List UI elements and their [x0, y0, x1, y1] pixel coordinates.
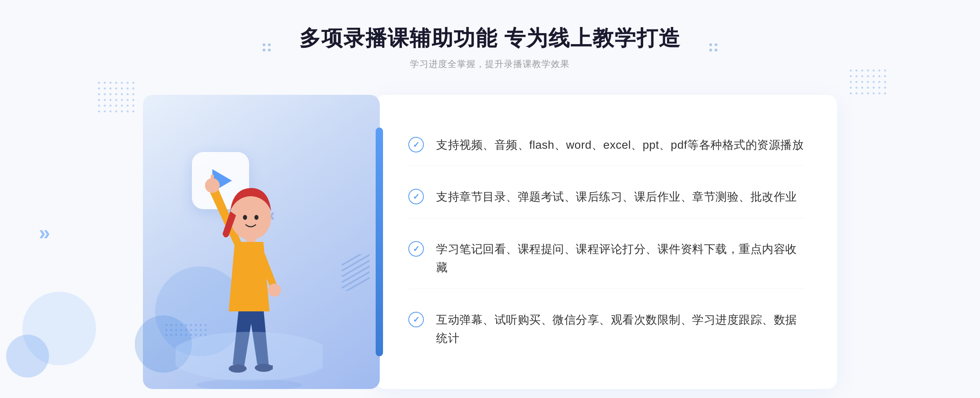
svg-rect-4: [211, 174, 214, 188]
check-mark-2: ✓: [413, 192, 420, 201]
feature-text-1: 支持视频、音频、flash、word、excel、ppt、pdf等各种格式的资源…: [436, 136, 804, 154]
blue-accent-bar: [376, 127, 383, 356]
check-mark-3: ✓: [413, 244, 420, 254]
header-section: 多项录播课辅助功能 专为线上教学打造 学习进度全掌握，提升录播课教学效果: [299, 25, 681, 70]
header-dots-left: [263, 43, 271, 51]
feature-item-4: ✓ 互动弹幕、试听购买、微信分享、观看次数限制、学习进度跟踪、数据统计: [408, 300, 804, 359]
features-panel: ✓ 支持视频、音频、flash、word、excel、ppt、pdf等各种格式的…: [376, 95, 837, 389]
feature-text-2: 支持章节目录、弹题考试、课后练习、课后作业、章节测验、批改作业: [436, 188, 797, 206]
page-wrapper: » 多项录播课辅助功能 专为线上教学打造 学习进度全掌握，提升录播课教学效果: [0, 0, 980, 398]
check-icon-4: ✓: [408, 312, 424, 327]
svg-point-9: [254, 215, 258, 220]
feature-item-3: ✓ 学习笔记回看、课程提问、课程评论打分、课件资料下载，重点内容收藏: [408, 229, 804, 289]
feature-item-2: ✓ 支持章节目录、弹题考试、课后练习、课后作业、章节测验、批改作业: [408, 177, 804, 218]
svg-point-8: [243, 215, 247, 220]
stripe-decoration: [339, 254, 370, 291]
chevron-left-icon: »: [39, 221, 50, 244]
illustration-panel: «: [143, 95, 380, 389]
check-icon-1: ✓: [408, 137, 424, 152]
feature-item-1: ✓ 支持视频、音频、flash、word、excel、ppt、pdf等各种格式的…: [408, 125, 804, 166]
dots-pattern-left: [98, 82, 134, 112]
main-title: 多项录播课辅助功能 专为线上教学打造: [299, 25, 681, 52]
content-area: «: [143, 95, 837, 389]
check-mark-4: ✓: [413, 315, 420, 324]
person-illustration: [176, 152, 323, 389]
dots-pattern-right: [850, 69, 886, 94]
svg-point-5: [268, 284, 281, 297]
header-dots-right: [709, 43, 717, 51]
sub-title: 学习进度全掌握，提升录播课教学效果: [299, 58, 681, 70]
svg-point-10: [176, 332, 323, 381]
feature-text-4: 互动弹幕、试听购买、微信分享、观看次数限制、学习进度跟踪、数据统计: [436, 311, 804, 348]
check-mark-1: ✓: [413, 140, 420, 150]
check-icon-2: ✓: [408, 189, 424, 204]
feature-text-3: 学习笔记回看、课程提问、课程评论打分、课件资料下载，重点内容收藏: [436, 240, 804, 277]
bg-circle-2: [6, 335, 49, 378]
check-icon-3: ✓: [408, 241, 424, 257]
